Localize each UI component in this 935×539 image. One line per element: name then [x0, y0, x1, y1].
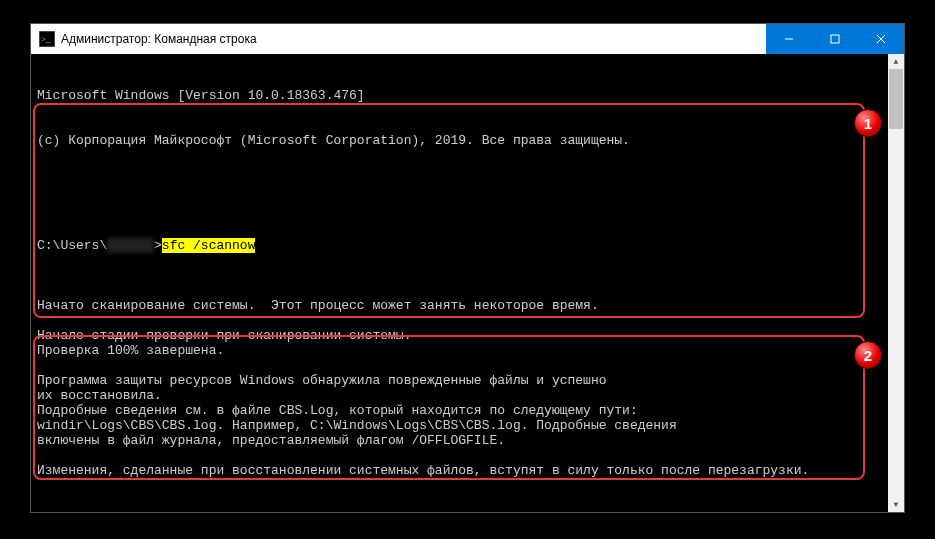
maximize-button[interactable]: [812, 24, 858, 54]
output-line: Проверка 100% завершена.: [37, 343, 882, 358]
output-line: [37, 283, 882, 298]
vertical-scrollbar[interactable]: ▲ ▼: [888, 54, 904, 512]
terminal-client: Microsoft Windows [Version 10.0.18363.47…: [31, 54, 904, 512]
command-sfc: sfc /scannow: [162, 238, 256, 253]
scroll-down-arrow[interactable]: ▼: [888, 497, 904, 512]
output-line: Программа защиты ресурсов Windows обнару…: [37, 373, 882, 388]
cmd-icon: >_: [39, 31, 55, 47]
minimize-button[interactable]: [766, 24, 812, 54]
output-line: их восстановила.: [37, 388, 882, 403]
output-line: windir\Logs\CBS\CBS.log. Например, C:\Wi…: [37, 418, 882, 433]
command-prompt-window: >_ Администратор: Командная строка Micro…: [30, 23, 905, 513]
prompt-user-blurred: [107, 238, 154, 253]
header-line-1: Microsoft Windows [Version 10.0.18363.47…: [37, 88, 882, 103]
header-line-2: (c) Корпорация Майкрософт (Microsoft Cor…: [37, 133, 882, 148]
output-line: Подробные сведения см. в файле CBS.Log, …: [37, 403, 882, 418]
prompt-line-1: C:\Users\ >sfc /scannow: [37, 238, 882, 253]
output-line: [37, 448, 882, 463]
prompt-suffix: >: [154, 238, 162, 253]
output-line: включены в файл журнала, предоставляемый…: [37, 433, 882, 448]
terminal-output[interactable]: Microsoft Windows [Version 10.0.18363.47…: [31, 54, 888, 512]
output-line: [37, 313, 882, 328]
window-title: Администратор: Командная строка: [61, 32, 766, 46]
output-line: [37, 358, 882, 373]
output-line: Изменения, сделанные при восстановлении …: [37, 463, 882, 478]
output-line: Начало стадии проверки при сканировании …: [37, 328, 882, 343]
blank: [37, 178, 882, 193]
close-button[interactable]: [858, 24, 904, 54]
scroll-thumb[interactable]: [889, 69, 903, 129]
prompt-prefix: C:\Users\: [37, 238, 107, 253]
svg-text:>_: >_: [41, 34, 51, 44]
output-line: Начато сканирование системы. Этот процес…: [37, 298, 882, 313]
titlebar[interactable]: >_ Администратор: Командная строка: [31, 24, 904, 54]
scroll-up-arrow[interactable]: ▲: [888, 54, 904, 69]
svg-rect-3: [831, 35, 839, 43]
